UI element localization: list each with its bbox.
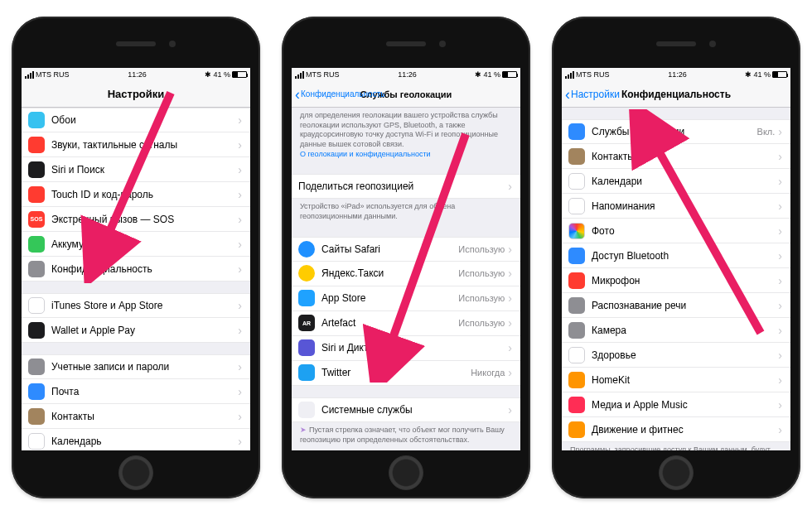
chevron-right-icon: › (508, 341, 512, 354)
settings-row[interactable]: Обои› (22, 108, 250, 132)
settings-row[interactable]: Контакты› (562, 144, 790, 169)
front-camera (169, 41, 176, 47)
battery-pct: 41 % (483, 70, 500, 79)
settings-row[interactable]: Touch ID и код-пароль› (22, 182, 250, 207)
settings-row[interactable]: Распознавание речи› (562, 293, 790, 318)
settings-row[interactable]: Службы геолокацииВкл.› (562, 119, 790, 144)
settings-row[interactable]: Медиа и Apple Music› (562, 392, 790, 417)
about-link[interactable]: О геолокации и конфиденциальности (300, 150, 431, 158)
row-label: Конфиденциальность (51, 263, 238, 275)
bluetooth-icon: ✱ (475, 70, 481, 79)
signal-icon (565, 71, 574, 79)
row-label: App Store (321, 292, 458, 304)
row-label: Twitter (321, 367, 471, 378)
settings-row[interactable]: Камера› (562, 318, 790, 343)
share-footer: Устройство «iPad» используется для обмен… (292, 199, 520, 224)
app-icon (28, 236, 45, 253)
row-label: iTunes Store и App Store (51, 300, 238, 311)
chevron-right-icon: › (238, 410, 242, 423)
row-value: Вкл. (757, 127, 776, 137)
screen: MTS RUS 11:26 ✱ 41 % ‹ Настройки Конфиде… (562, 68, 790, 450)
app-icon (568, 148, 585, 165)
settings-row[interactable]: TwitterНикогда› (292, 361, 520, 386)
settings-row[interactable]: Календарь› (22, 429, 250, 450)
row-label: Siri и Поиск (51, 164, 238, 176)
chevron-right-icon: › (508, 366, 512, 379)
chevron-right-icon: › (778, 349, 782, 362)
app-icon (28, 383, 45, 400)
row-label: Медиа и Apple Music (592, 399, 778, 411)
app-icon (568, 173, 585, 190)
chevron-right-icon: › (238, 360, 242, 373)
row-label: Системные службы (321, 404, 508, 416)
settings-row[interactable]: Контакты› (22, 404, 250, 429)
settings-row[interactable]: Почта› (22, 379, 250, 404)
settings-row[interactable]: Доступ Bluetooth› (562, 243, 790, 268)
chevron-right-icon: › (778, 249, 782, 262)
settings-row[interactable]: Звуки, тактильные сигналы› (22, 132, 250, 157)
app-icon (568, 421, 585, 438)
settings-row[interactable]: SOSЭкстренный вызов — SOS› (22, 207, 250, 232)
chevron-right-icon: › (238, 188, 242, 201)
app-icon (568, 297, 585, 314)
settings-row[interactable]: Сайты SafariИспользую› (292, 237, 520, 262)
settings-row[interactable]: Учетные записи и пароли› (22, 354, 250, 379)
settings-row[interactable]: Здоровье› (562, 343, 790, 368)
chevron-right-icon: › (778, 423, 782, 436)
privacy-list[interactable]: Службы геолокацииВкл.›Контакты›Календари… (562, 108, 790, 450)
share-location-row[interactable]: Поделиться геопозицией › (292, 174, 520, 199)
app-icon (568, 372, 585, 388)
settings-row[interactable]: Микрофон› (562, 268, 790, 293)
chevron-right-icon: › (238, 138, 242, 152)
row-value: Никогда (471, 368, 505, 378)
settings-row[interactable]: Календари› (562, 169, 790, 194)
home-button[interactable] (118, 455, 153, 490)
status-bar: MTS RUS 11:26 ✱ 41 % (562, 68, 790, 81)
settings-row[interactable]: Siri и Поиск› (22, 157, 250, 182)
home-button[interactable] (389, 455, 423, 490)
settings-row[interactable]: Siri и Диктовка› (292, 336, 520, 361)
location-arrow-icon: ➤ (300, 426, 307, 434)
location-list[interactable]: для определения геолокации вашего устрой… (292, 108, 520, 450)
row-label: Напоминания (592, 200, 778, 212)
settings-row[interactable]: Напоминания› (562, 194, 790, 219)
chevron-right-icon: › (778, 150, 782, 163)
chevron-right-icon: › (238, 163, 242, 176)
settings-row[interactable]: App StoreИспользую› (292, 286, 520, 311)
settings-row[interactable]: Аккумулятор› (22, 232, 250, 257)
settings-row[interactable]: Яндекс.ТаксиИспользую› (292, 262, 520, 286)
chevron-right-icon: › (238, 238, 242, 251)
row-label: Экстренный вызов — SOS (51, 214, 238, 225)
chevron-right-icon: › (778, 324, 782, 337)
row-label: Календари (592, 176, 778, 187)
settings-row[interactable]: ARArtefactИспользую› (292, 311, 520, 336)
row-label: Обои (51, 114, 238, 126)
chevron-right-icon: › (778, 299, 782, 312)
settings-row[interactable]: Движение и фитнес› (562, 417, 790, 442)
settings-row[interactable]: HomeKit› (562, 368, 790, 392)
row-label: Wallet и Apple Pay (51, 325, 238, 336)
carrier-label: MTS RUS (36, 70, 70, 79)
app-icon (28, 261, 45, 277)
settings-list[interactable]: Обои›Звуки, тактильные сигналы›Siri и По… (22, 108, 250, 450)
screen: MTS RUS 11:26 ✱ 41 % ‹ Конфиденциальност… (292, 68, 520, 450)
app-icon (298, 364, 315, 381)
carrier-label: MTS RUS (306, 70, 340, 79)
chevron-right-icon: › (778, 200, 782, 213)
home-button[interactable] (659, 455, 694, 490)
back-button[interactable]: ‹ Конфиденциальность (295, 87, 384, 102)
settings-row[interactable]: Фото› (562, 219, 790, 243)
row-label: HomeKit (592, 374, 778, 386)
chevron-right-icon: › (778, 175, 782, 188)
system-services-row[interactable]: Системные службы › (292, 397, 520, 422)
row-label: Поделиться геопозицией (298, 180, 508, 192)
settings-row[interactable]: Конфиденциальность› (22, 257, 250, 282)
settings-row[interactable]: iTunes Store и App Store› (22, 293, 250, 318)
gear-icon (298, 402, 315, 418)
chevron-right-icon: › (508, 267, 512, 280)
row-label: Аккумулятор (51, 238, 238, 250)
settings-row[interactable]: Wallet и Apple Pay› (22, 318, 250, 343)
back-label: Настройки (571, 89, 620, 100)
back-button[interactable]: ‹ Настройки (565, 87, 620, 102)
page-title: Конфиденциальность (621, 89, 731, 100)
